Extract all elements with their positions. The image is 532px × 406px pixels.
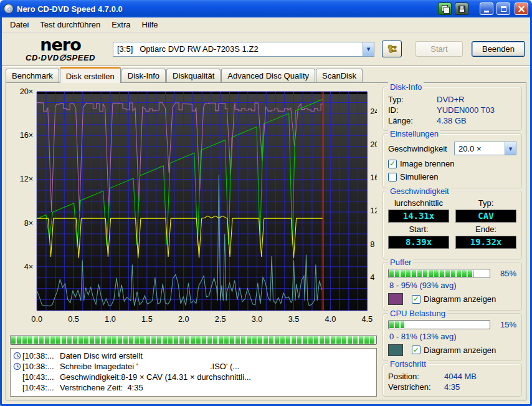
maximize-button[interactable]: [496, 2, 510, 15]
drive-select[interactable]: [3:5] Optiarc DVD RW AD-7203S 1.Z2 ▾: [113, 42, 374, 57]
drive-select-dropdown-button[interactable]: ▾: [363, 42, 374, 56]
log-row: [10:43:... Geschwindigkeit:8-19 × CAV (1…: [12, 372, 375, 382]
geschwindigkeit-title: Geschwindigkeit: [388, 186, 451, 196]
puffer-gauge-fill: [389, 270, 474, 277]
menu-extra[interactable]: Extra: [106, 19, 136, 31]
cpu-gauge: [388, 320, 490, 329]
minimize-icon: [484, 11, 489, 12]
app-window: Nero CD-DVD Speed 4.7.0.0 × Datei Test d…: [0, 0, 532, 406]
image-brennen-row: Image brennen: [388, 159, 516, 168]
simulieren-row: Simulieren: [388, 172, 516, 181]
cpu-title: CPU Belastung: [388, 309, 447, 318]
svg-text:16×: 16×: [20, 130, 34, 140]
puffer-gauge-row: 85%: [388, 269, 516, 278]
tab-scandisk[interactable]: ScanDisk: [316, 69, 363, 82]
menu-test-durchfuehren[interactable]: Test durchführen: [34, 19, 106, 31]
tab-disk-info[interactable]: Disk-Info: [121, 69, 166, 82]
main-progress-fill: [11, 336, 376, 344]
chart-column: 20×16×12×8×4×24201612840.00.51.01.52.02.…: [10, 87, 377, 397]
event-log[interactable]: [10:38:... Daten Disc wird erstellt [10:…: [10, 348, 377, 397]
svg-text:8×: 8×: [24, 218, 34, 227]
title-bar[interactable]: Nero CD-DVD Speed 4.7.0.0 ×: [0, 0, 532, 17]
svg-text:4: 4: [370, 273, 374, 282]
menu-hilfe[interactable]: Hilfe: [136, 19, 164, 31]
cpu-group: CPU Belastung 15% 0 - 81% (13% avg) Diag…: [382, 313, 522, 361]
tab-diskqualitaet[interactable]: Diskqualität: [166, 69, 221, 82]
quit-button[interactable]: Beenden: [472, 41, 525, 57]
disk-info-row: ID:YUDEN000 T03: [388, 105, 516, 115]
einstellungen-group: Einstellungen Geschwindigkeit 20.0 × ▾ I…: [382, 133, 522, 188]
einstellungen-title: Einstellungen: [388, 129, 440, 138]
geschwindigkeit-group: Geschwindigkeit lurchschnittlic Typ: 14.…: [382, 191, 522, 260]
puffer-diagram-checkbox[interactable]: [412, 295, 420, 304]
disk-info-row: Länge:4.38 GB: [388, 116, 516, 125]
svg-text:8: 8: [370, 239, 374, 248]
tab-benchmark[interactable]: Benchmark: [6, 69, 59, 82]
cpu-diagram-label: Diagramm anzeigen: [424, 346, 496, 355]
cpu-percent: 15%: [495, 320, 516, 329]
disk-laenge-value: 4.38 GB: [437, 116, 467, 125]
disk-info-group: Disk-Info Typ:DVD+R ID:YUDEN000 T03 Läng…: [382, 87, 522, 131]
tab-disk-erstellen[interactable]: Disk erstellen: [60, 67, 121, 83]
main-progress-bar: [10, 335, 377, 345]
image-brennen-checkbox[interactable]: [388, 160, 397, 168]
fortschritt-title: Fortschritt: [388, 359, 428, 369]
svg-text:12×: 12×: [20, 174, 34, 183]
cddvdspeed-logo-word: CD·DVD∅SPEED: [8, 54, 113, 62]
svg-text:0.0: 0.0: [31, 314, 42, 324]
header-bar: nero CD·DVD∅SPEED [3:5] Optiarc DVD RW A…: [2, 32, 530, 66]
tab-strip: Benchmark Disk erstellen Disk-Info Diskq…: [2, 66, 530, 82]
client-area: Datei Test durchführen Extra Hilfe nero …: [2, 17, 530, 404]
cpu-gauge-row: 15%: [388, 320, 516, 329]
drive-options-button[interactable]: [382, 41, 402, 57]
puffer-title: Puffer: [388, 258, 413, 267]
speed-setting-row: Geschwindigkeit 20.0 × ▾: [388, 142, 516, 155]
verstrichen-label: Verstrichen:: [388, 382, 444, 392]
speed-select[interactable]: 20.0 × ▾: [454, 142, 516, 155]
log-row: [10:38:... Schreibe Imagedatei ' .ISO' (…: [12, 361, 375, 372]
save-chart-button[interactable]: [455, 2, 468, 15]
menu-bar: Datei Test durchführen Extra Hilfe: [2, 17, 530, 32]
app-disc-icon: [4, 4, 14, 14]
puffer-series-swatch: [388, 293, 403, 305]
copy-chart-button[interactable]: [438, 2, 452, 15]
window-title: Nero CD-DVD Speed 4.7.0.0: [17, 4, 435, 14]
cpu-range: 0 - 81% (13% avg): [388, 332, 516, 341]
end-speed-label: Ende:: [455, 225, 516, 234]
cpu-diagram-checkbox[interactable]: [412, 346, 420, 354]
end-speed-readout: 19.32x: [455, 236, 516, 249]
start-speed-label: Start:: [388, 225, 449, 234]
clock-icon: [13, 362, 21, 370]
floppy-save-icon: [458, 6, 465, 12]
tab-advanced-disc-quality[interactable]: Advanced Disc Quality: [221, 69, 315, 82]
puffer-range: 8 - 95% (93% avg): [388, 281, 516, 290]
simulieren-checkbox[interactable]: [388, 173, 397, 181]
puffer-diagram-row: Diagramm anzeigen: [412, 294, 496, 304]
start-speed-readout: 8.39x: [388, 236, 449, 249]
svg-text:2.0: 2.0: [178, 314, 189, 324]
start-button[interactable]: Start: [416, 41, 463, 57]
puffer-gauge: [388, 269, 490, 278]
speed-select-dropdown-button[interactable]: ▾: [505, 142, 516, 155]
speed-typ-label: Typ:: [455, 198, 516, 208]
close-button[interactable]: ×: [515, 2, 528, 15]
cpu-legend-row: Diagramm anzeigen: [388, 344, 516, 356]
side-panel: Disk-Info Typ:DVD+R ID:YUDEN000 T03 Läng…: [382, 87, 522, 397]
log-row: [10:38:... Daten Disc wird erstellt: [12, 350, 375, 361]
svg-text:12: 12: [370, 206, 377, 215]
speed-typ-readout: CAV: [455, 210, 516, 223]
svg-text:2.5: 2.5: [215, 314, 226, 324]
svg-text:0.5: 0.5: [68, 314, 79, 324]
disk-typ-label: Typ:: [388, 95, 437, 104]
puffer-legend-row: Diagramm anzeigen: [388, 293, 516, 305]
nero-logo: nero CD·DVD∅SPEED: [8, 36, 113, 62]
clock-icon: [13, 352, 21, 360]
minimize-button[interactable]: [480, 2, 493, 15]
image-brennen-label: Image brennen: [400, 159, 454, 168]
puffer-group: Puffer 85% 8 - 95% (93% avg) Diagramm an…: [382, 262, 522, 310]
menu-datei[interactable]: Datei: [4, 19, 34, 31]
copy-icon: [442, 5, 449, 12]
disk-laenge-label: Länge:: [388, 116, 437, 125]
cpu-series-swatch: [388, 344, 403, 356]
svg-text:4.0: 4.0: [325, 314, 336, 324]
